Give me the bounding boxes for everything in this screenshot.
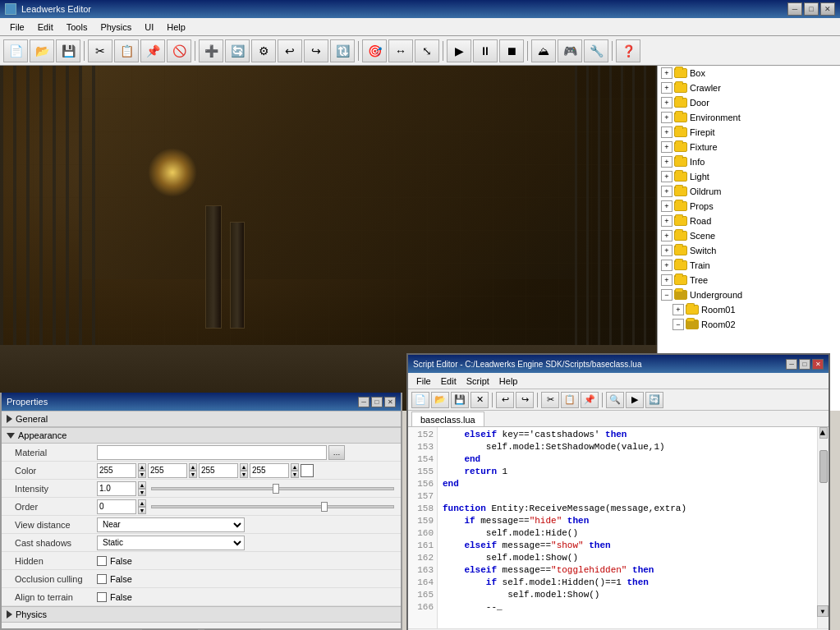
- scene-item-environment[interactable]: + Environment: [658, 110, 840, 125]
- help-button[interactable]: ❓: [616, 39, 640, 62]
- color-g-up[interactable]: ▲: [189, 463, 197, 471]
- color-b-down[interactable]: ▼: [240, 471, 248, 478]
- select-button[interactable]: 🎯: [362, 39, 387, 62]
- add-button[interactable]: ➕: [199, 39, 223, 62]
- scene-item-door[interactable]: + Door: [658, 95, 840, 110]
- script-save-btn[interactable]: 💾: [451, 392, 469, 408]
- terrain-button[interactable]: ⛰: [531, 39, 556, 62]
- script-paste-btn[interactable]: 📌: [581, 392, 599, 408]
- script-menu-file[interactable]: File: [411, 375, 436, 387]
- scene-item-fixture[interactable]: + Fixture: [658, 140, 840, 154]
- scene-item-room01[interactable]: + Room01: [658, 302, 840, 317]
- order-up[interactable]: ▲: [138, 499, 146, 507]
- rotate-button[interactable]: 🔃: [330, 39, 355, 62]
- scene-item-oildrum[interactable]: + Oildrum: [658, 184, 840, 199]
- tools-button[interactable]: 🔧: [584, 39, 608, 62]
- order-slider[interactable]: [151, 505, 394, 508]
- script-debug-btn[interactable]: 🔍: [606, 392, 624, 408]
- material-input[interactable]: [97, 445, 327, 460]
- paste-button[interactable]: 📌: [140, 39, 165, 62]
- menu-edit[interactable]: Edit: [31, 18, 60, 35]
- scroll-up-btn[interactable]: ▲: [819, 427, 828, 439]
- intensity-up[interactable]: ▲: [138, 481, 146, 489]
- script-menu-help[interactable]: Help: [494, 375, 523, 387]
- script-minimize[interactable]: ─: [786, 359, 797, 370]
- scene-item-light[interactable]: + Light: [658, 169, 840, 184]
- scene-item-switch[interactable]: + Switch: [658, 243, 840, 258]
- material-browse-button[interactable]: …: [328, 445, 345, 460]
- properties-close[interactable]: ✕: [384, 397, 396, 407]
- script-close-btn[interactable]: ✕: [470, 392, 489, 408]
- script-new-btn[interactable]: 📄: [411, 392, 429, 408]
- script-refresh-btn[interactable]: 🔄: [645, 392, 663, 408]
- save-button[interactable]: 💾: [56, 39, 80, 62]
- menu-help[interactable]: Help: [160, 18, 192, 35]
- color-swatch[interactable]: [301, 464, 314, 477]
- undo-button[interactable]: ↩: [278, 39, 302, 62]
- move-button[interactable]: ↔: [388, 39, 413, 62]
- settings-button[interactable]: ⚙: [251, 39, 276, 62]
- occlusion-checkbox[interactable]: [97, 574, 107, 584]
- color-a-down[interactable]: ▼: [291, 471, 299, 478]
- section-appearance[interactable]: Appearance: [2, 427, 401, 444]
- properties-minimize[interactable]: ─: [358, 397, 370, 407]
- scene-item-box[interactable]: + Box: [658, 66, 840, 80]
- scrollbar-thumb[interactable]: [819, 450, 828, 483]
- properties-restore[interactable]: □: [371, 397, 383, 407]
- color-a-up[interactable]: ▲: [291, 463, 299, 471]
- cast-shadows-select[interactable]: Static Dynamic None: [97, 536, 245, 550]
- script-run-btn[interactable]: ▶: [626, 392, 644, 408]
- new-button[interactable]: 📄: [3, 39, 28, 62]
- code-scrollbar[interactable]: ▲ ▼: [817, 427, 829, 628]
- view-distance-select[interactable]: Near Medium Far: [97, 517, 245, 532]
- script-copy-btn[interactable]: 📋: [561, 392, 579, 408]
- hidden-checkbox[interactable]: [97, 556, 107, 566]
- intensity-input[interactable]: [97, 481, 136, 496]
- code-editor[interactable]: elseif key=='castshadows' then self.mode…: [438, 427, 817, 628]
- intensity-down[interactable]: ▼: [138, 489, 146, 496]
- order-input[interactable]: [97, 499, 136, 514]
- delete-button[interactable]: 🚫: [167, 39, 191, 62]
- scene-item-train[interactable]: + Train: [658, 258, 840, 273]
- order-down[interactable]: ▼: [138, 507, 146, 514]
- color-b-input[interactable]: [199, 463, 238, 478]
- color-a-input[interactable]: [250, 463, 289, 478]
- script-close[interactable]: ✕: [812, 359, 824, 370]
- align-checkbox[interactable]: [97, 592, 107, 602]
- play-button[interactable]: ▶: [447, 39, 471, 62]
- color-g-input[interactable]: [148, 463, 187, 478]
- script-menu-script[interactable]: Script: [461, 375, 494, 387]
- redo-button[interactable]: ↪: [304, 39, 328, 62]
- stop-button[interactable]: ⏹: [499, 39, 524, 62]
- script-open-btn[interactable]: 📂: [431, 392, 449, 408]
- menu-tools[interactable]: Tools: [60, 18, 94, 35]
- minimize-button[interactable]: ─: [787, 2, 802, 16]
- intensity-slider[interactable]: [151, 487, 394, 490]
- paint-button[interactable]: 🎮: [558, 39, 582, 62]
- scene-item-scene[interactable]: + Scene: [658, 228, 840, 243]
- section-physics[interactable]: Physics: [2, 606, 401, 623]
- menu-ui[interactable]: UI: [138, 18, 160, 35]
- scene-item-props[interactable]: + Props: [658, 199, 840, 214]
- cut-button[interactable]: ✂: [88, 39, 112, 62]
- scene-item-firepit[interactable]: + Firepit: [658, 125, 840, 140]
- close-button[interactable]: ✕: [820, 2, 835, 16]
- script-restore[interactable]: □: [799, 359, 810, 370]
- color-r-up[interactable]: ▲: [138, 463, 146, 471]
- scene-item-info[interactable]: + Info: [658, 154, 840, 169]
- scene-item-tree[interactable]: + Tree: [658, 273, 840, 287]
- menu-physics[interactable]: Physics: [94, 18, 138, 35]
- section-general[interactable]: General: [2, 411, 401, 427]
- scroll-down-btn[interactable]: ▼: [817, 605, 829, 617]
- refresh-button[interactable]: 🔄: [225, 39, 250, 62]
- color-r-down[interactable]: ▼: [138, 471, 146, 478]
- scene-item-crawler[interactable]: + Crawler: [658, 80, 840, 95]
- copy-button[interactable]: 📋: [114, 39, 139, 62]
- color-g-down[interactable]: ▼: [189, 471, 197, 478]
- script-cut-btn[interactable]: ✂: [541, 392, 559, 408]
- script-tab-baseclass[interactable]: baseclass.lua: [411, 412, 484, 426]
- scale-button[interactable]: ⤡: [415, 39, 439, 62]
- pause-button[interactable]: ⏸: [473, 39, 498, 62]
- scene-item-underground[interactable]: − Underground: [658, 287, 840, 302]
- color-b-up[interactable]: ▲: [240, 463, 248, 471]
